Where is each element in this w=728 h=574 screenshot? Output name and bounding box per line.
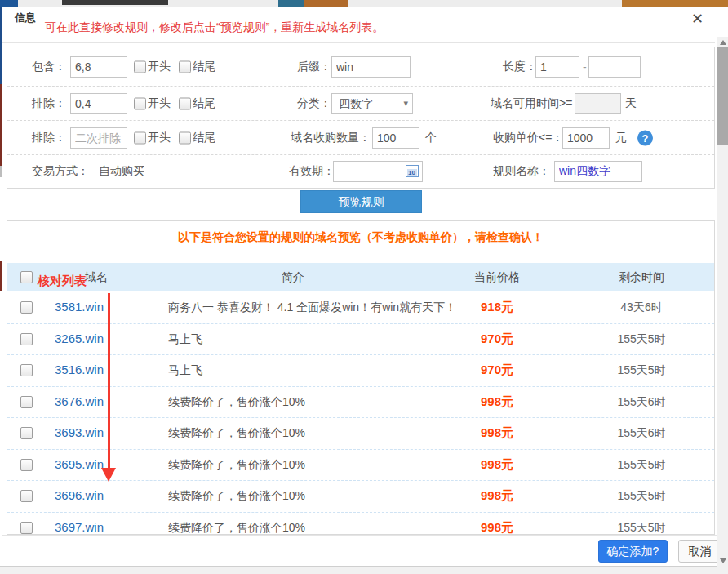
background-left-sliver [0, 166, 2, 177]
trade-value: 自动购买 [99, 164, 144, 179]
background-orange-bar [622, 0, 728, 7]
scroll-up-icon[interactable] [720, 40, 726, 45]
domain-link[interactable]: 3581.win [55, 300, 104, 314]
exclude2-end-label: 结尾 [193, 131, 215, 145]
rule-name-input[interactable] [554, 161, 642, 182]
exclude-end-checkbox[interactable] [179, 98, 191, 110]
table-header: 域名 简介 当前价格 剩余时间 [7, 263, 714, 291]
domain-link[interactable]: 3696.win [55, 488, 104, 502]
validity-date-input[interactable] [333, 161, 423, 182]
domain-desc: 续费降价了，售价涨个10% [168, 395, 305, 410]
domain-price: 970元 [448, 363, 546, 378]
background-blue-block [0, 0, 18, 7]
exclude-start-label: 开头 [148, 96, 171, 111]
preview-rules-button[interactable]: 预览规则 [300, 190, 422, 213]
exclude-input[interactable] [70, 93, 127, 114]
quantity-label: 域名收购数量： [291, 131, 371, 145]
exclude-end-label: 结尾 [193, 96, 215, 111]
form-row-exclude2: 排除： 开头 结尾 域名收购数量： 个 收购单价<=： 元 ? [7, 120, 714, 155]
header-divider [2, 42, 715, 43]
length-min-input[interactable] [535, 56, 579, 78]
trade-label: 交易方式： [32, 164, 89, 179]
scrollbar-thumb[interactable] [717, 47, 728, 145]
domain-time: 155天5时 [584, 332, 699, 347]
annotation-arrow-line [108, 293, 110, 469]
col-domain: 域名 [85, 270, 108, 285]
exclude2-end-checkbox[interactable] [179, 132, 191, 145]
rule-name-label: 规则名称： [493, 164, 550, 179]
background-left-sliver [0, 84, 2, 166]
category-select-value: 四数字 [339, 97, 373, 112]
quantity-input[interactable] [372, 127, 419, 149]
screenshot-stage: 信息 可在此直接修改规则，修改后点击“预览规则”，重新生成域名列表。 ✕ 包含：… [0, 0, 728, 574]
quantity-unit: 个 [425, 131, 437, 145]
dialog-title: 信息 [15, 11, 36, 25]
col-desc: 简介 [168, 270, 418, 285]
available-time-label: 域名可用时间>= [491, 96, 572, 111]
domain-link[interactable]: 3693.win [55, 425, 104, 439]
row-checkbox[interactable] [20, 522, 33, 534]
domain-desc: 续费降价了，售价涨个10% [168, 426, 305, 441]
annotation-arrow-head [101, 468, 116, 482]
row-checkbox[interactable] [20, 396, 33, 408]
row-checkbox[interactable] [20, 459, 33, 471]
row-checkbox[interactable] [20, 364, 33, 376]
include-end-checkbox[interactable] [179, 60, 191, 73]
domain-desc: 续费降价了，售价涨个10% [168, 489, 305, 504]
unit-price-input[interactable] [562, 127, 610, 149]
form-row-include: 包含： 开头 结尾 后缀： 长度： - [7, 47, 714, 86]
close-icon[interactable]: ✕ [691, 11, 704, 26]
domain-price: 998元 [448, 488, 546, 504]
form-row-exclude: 排除： 开头 结尾 分类： 四数字 ▾ 域名可用时间>= 天 [7, 86, 714, 121]
select-all-checkbox[interactable] [20, 271, 33, 283]
domain-time: 155天5时 [584, 458, 699, 473]
exclude2-start-checkbox[interactable] [134, 132, 146, 145]
domain-link[interactable]: 3265.win [55, 331, 104, 345]
category-label: 分类： [297, 96, 331, 111]
domain-link[interactable]: 3676.win [55, 394, 104, 408]
background-teal-block [278, 0, 304, 7]
row-checkbox[interactable] [20, 427, 33, 439]
domain-time: 155天6时 [584, 426, 699, 441]
exclude2-input[interactable] [70, 127, 127, 149]
calendar-icon[interactable] [406, 165, 419, 177]
unit-price-label: 收购单价<=： [493, 131, 563, 145]
domain-desc: 马上飞 [168, 332, 202, 347]
category-select[interactable]: 四数字 ▾ [331, 93, 413, 114]
domain-preview-panel: 以下是符合您设置的规则的域名预览（不考虑收购单价），请检查确认！ 域名 简介 当… [7, 220, 715, 535]
row-checkbox[interactable] [20, 490, 33, 502]
suffix-input[interactable] [331, 56, 411, 78]
include-start-label: 开头 [148, 60, 171, 74]
include-input[interactable] [70, 56, 127, 78]
domain-price: 998元 [448, 394, 546, 410]
available-time-input[interactable] [575, 93, 621, 114]
domain-time: 155天5时 [584, 521, 699, 536]
exclude-label: 排除： [32, 96, 66, 111]
background-orange-button [304, 0, 348, 7]
domain-link[interactable]: 3697.win [55, 520, 104, 534]
domain-price: 918元 [448, 300, 546, 315]
confirm-add-button[interactable]: 确定添加? [598, 540, 668, 563]
table-row: 3676.win 续费降价了，售价涨个10% 998元 155天6时 [7, 386, 714, 419]
length-max-input[interactable] [588, 56, 641, 78]
help-icon[interactable]: ? [637, 131, 653, 146]
exclude-start-checkbox[interactable] [134, 98, 146, 110]
form-row-trade: 交易方式： 自动购买 有效期： 规则名称： [7, 154, 714, 187]
domain-link[interactable]: 3516.win [55, 363, 104, 376]
exclude2-start-label: 开头 [148, 131, 171, 145]
background-page-strip [0, 0, 728, 7]
footer-divider [2, 535, 717, 536]
domain-link[interactable]: 3695.win [55, 457, 104, 471]
domain-price: 998元 [448, 520, 546, 536]
include-label: 包含： [32, 60, 66, 74]
include-start-checkbox[interactable] [134, 60, 146, 73]
cancel-button[interactable]: 取消 [678, 540, 721, 563]
domain-time: 155天5时 [584, 489, 699, 504]
row-checkbox[interactable] [20, 333, 33, 345]
domain-price: 970元 [448, 331, 546, 347]
row-checkbox[interactable] [20, 301, 33, 314]
include-end-label: 结尾 [193, 60, 215, 74]
scrollbar[interactable] [717, 37, 728, 567]
dialog-hint-text: 可在此直接修改规则，修改后点击“预览规则”，重新生成域名列表。 [45, 20, 384, 35]
scroll-down-icon[interactable] [720, 558, 726, 563]
